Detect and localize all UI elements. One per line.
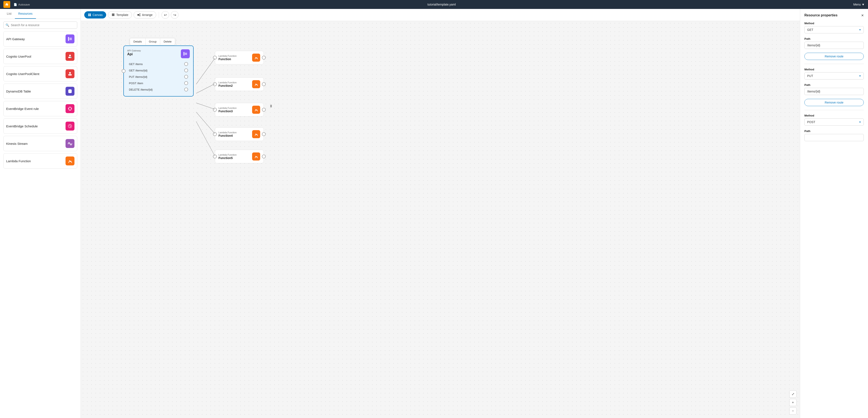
lambda-node-fn1[interactable]: Lambda Function Function bbox=[215, 51, 264, 64]
api-route-0: GET /items bbox=[127, 61, 190, 67]
fn3-left-connector bbox=[213, 108, 217, 111]
api-route-3: POST /item bbox=[127, 80, 190, 86]
sidebar-item-cognito-userpool[interactable]: Cognito UserPool ✓ bbox=[3, 49, 77, 64]
right-panel-title: Resource properties bbox=[804, 13, 838, 17]
route-4-connector[interactable] bbox=[184, 88, 188, 91]
sidebar-item-dynamodb[interactable]: DynamoDB Table bbox=[3, 84, 77, 99]
svg-rect-30 bbox=[185, 53, 187, 53]
node-delete-button[interactable]: Delete bbox=[160, 38, 175, 45]
sidebar-item-kinesis[interactable]: Kinesis Stream bbox=[3, 136, 77, 151]
route-2-method: Method GET POST PUT DELETE PATCH bbox=[804, 68, 864, 79]
route-3-connector[interactable] bbox=[184, 81, 188, 85]
fn3-right-connector bbox=[262, 108, 266, 111]
route-1-connector[interactable] bbox=[184, 68, 188, 72]
close-panel-button[interactable]: × bbox=[861, 13, 864, 18]
canvas-button[interactable]: Canvas bbox=[84, 11, 106, 19]
sidebar-item-api-gateway[interactable]: API Gateway bbox=[3, 31, 77, 46]
route-2-connector[interactable] bbox=[184, 75, 188, 79]
node-details-button[interactable]: Details bbox=[130, 38, 146, 45]
eventbridge-schedule-icon bbox=[65, 122, 74, 131]
undo-button[interactable]: ↩ bbox=[161, 11, 169, 19]
route-3-path-input[interactable] bbox=[804, 134, 864, 141]
home-button[interactable] bbox=[3, 1, 10, 8]
lambda-node-fn3[interactable]: Lambda Function Function3 bbox=[215, 103, 264, 117]
api-route-1: GET /items/{id} bbox=[127, 67, 190, 73]
sidebar-item-eventbridge-schedule[interactable]: EventBridge Schedule bbox=[3, 119, 77, 134]
divider-1 bbox=[804, 64, 864, 64]
right-panel: Resource properties × Method GET POST PU… bbox=[800, 9, 868, 418]
redo-button[interactable]: ↪ bbox=[171, 11, 179, 19]
sidebar-item-eventbridge-rule[interactable]: EventBridge Event rule bbox=[3, 101, 77, 116]
sidebar-item-cognito-userpoolclient[interactable]: Cognito UserPoolClient bbox=[3, 66, 77, 82]
lambda-node-fn4[interactable]: Lambda Function Function4 bbox=[215, 127, 264, 141]
route-2-path-input[interactable] bbox=[804, 88, 864, 95]
divider-2 bbox=[804, 110, 864, 110]
svg-line-34 bbox=[196, 84, 215, 93]
svg-rect-19 bbox=[88, 15, 89, 16]
fn3-icon bbox=[252, 106, 260, 114]
svg-point-12 bbox=[68, 108, 69, 109]
remove-route-1-button[interactable]: Remove route bbox=[804, 53, 864, 60]
svg-rect-20 bbox=[90, 15, 91, 16]
fn4-name: Function4 bbox=[218, 134, 237, 137]
api-node-name: Api bbox=[127, 52, 141, 56]
lambda-node-fn5[interactable]: Lambda Function Function5 bbox=[215, 150, 264, 163]
sidebar-tabs: List Resources bbox=[0, 9, 81, 19]
route-2-path: Path bbox=[804, 83, 864, 95]
route-0-connector[interactable] bbox=[184, 62, 188, 66]
api-left-connector bbox=[122, 69, 126, 73]
api-node-type: API Gateway bbox=[127, 49, 141, 52]
route-3-path: Path bbox=[804, 129, 864, 141]
canvas-content[interactable]: Details Group Delete API Gateway Api bbox=[81, 21, 800, 418]
sidebar-search-container: 🔍 bbox=[0, 19, 81, 31]
fn5-type: Lambda Function bbox=[218, 154, 237, 156]
svg-rect-32 bbox=[185, 55, 187, 55]
zoom-in-button[interactable]: + bbox=[789, 399, 797, 406]
svg-rect-1 bbox=[69, 38, 72, 38]
arrange-button[interactable]: Arrange bbox=[134, 11, 156, 19]
tab-resources[interactable]: Resources bbox=[15, 9, 36, 19]
svg-rect-25 bbox=[140, 13, 141, 14]
route-1-path: Path bbox=[804, 37, 864, 49]
node-group-button[interactable]: Group bbox=[146, 38, 160, 45]
fn5-name: Function5 bbox=[218, 156, 237, 160]
fn1-type: Lambda Function bbox=[218, 55, 237, 57]
remove-route-2-button[interactable]: Remove route bbox=[804, 99, 864, 106]
svg-rect-18 bbox=[90, 13, 91, 15]
route-1-path-input[interactable] bbox=[804, 42, 864, 49]
lambda-node-fn2[interactable]: Lambda Function Function2 bbox=[215, 77, 264, 91]
tab-list[interactable]: List bbox=[3, 9, 15, 19]
api-gateway-icon bbox=[65, 34, 74, 43]
menu-button[interactable]: Menu ▼ bbox=[853, 3, 865, 6]
toolbar-separator bbox=[159, 12, 159, 18]
cognito-icon: ✓ bbox=[65, 52, 74, 61]
fn1-name: Function bbox=[218, 57, 237, 61]
zoom-out-button[interactable]: − bbox=[789, 407, 797, 415]
route-2-method-select[interactable]: GET POST PUT DELETE PATCH bbox=[804, 72, 864, 79]
lambda-icon bbox=[65, 157, 74, 165]
svg-rect-29 bbox=[184, 52, 184, 56]
svg-rect-24 bbox=[137, 14, 139, 16]
sidebar: List Resources 🔍 API Gateway Cognito Use… bbox=[0, 9, 81, 418]
svg-rect-9 bbox=[68, 74, 72, 75]
route-3-method-select[interactable]: GET POST PUT DELETE PATCH bbox=[804, 119, 864, 126]
fn2-type: Lambda Function bbox=[218, 81, 237, 84]
collapse-panel-icon[interactable]: ⏸ bbox=[269, 104, 273, 108]
template-button[interactable]: Template bbox=[108, 11, 132, 19]
svg-rect-3 bbox=[69, 39, 72, 40]
search-input[interactable] bbox=[3, 22, 77, 29]
route-1-method-select[interactable]: GET POST PUT DELETE PATCH bbox=[804, 26, 864, 33]
svg-line-28 bbox=[139, 15, 140, 16]
sidebar-item-lambda[interactable]: Lambda Function bbox=[3, 153, 77, 169]
api-route-2: PUT /items/{id} bbox=[127, 73, 190, 80]
fit-view-button[interactable]: ⤢ bbox=[789, 390, 797, 397]
canvas-toolbar: Canvas Template Arrange ↩ ↪ bbox=[81, 9, 800, 21]
fn3-type: Lambda Function bbox=[218, 107, 237, 109]
topbar: 📄 Autosave tutorial/template.yaml Menu ▼ bbox=[0, 0, 868, 9]
svg-rect-17 bbox=[88, 13, 89, 15]
svg-rect-22 bbox=[112, 14, 115, 15]
api-gateway-node[interactable]: API Gateway Api GET /items GET /items/{i… bbox=[123, 45, 194, 97]
fn4-type: Lambda Function bbox=[218, 131, 237, 134]
chevron-down-icon: ▼ bbox=[862, 3, 865, 6]
fn4-left-connector bbox=[213, 132, 217, 136]
